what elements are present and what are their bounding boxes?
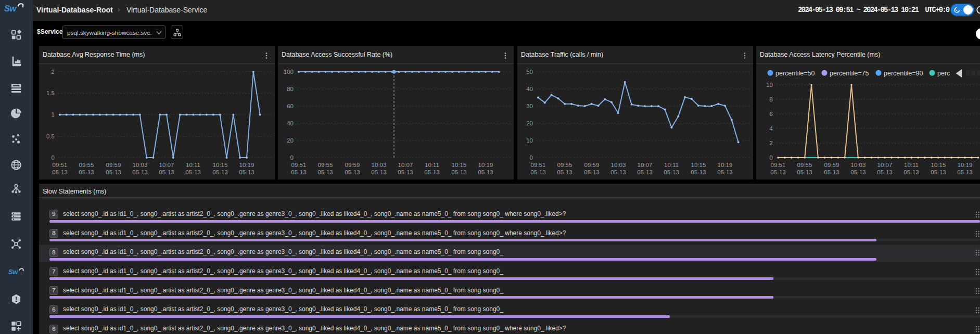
svg-text:05-13: 05-13 [877,169,892,175]
svg-text:10:07: 10:07 [638,162,653,168]
svg-text:10:03: 10:03 [851,162,866,168]
svg-text:05-13: 05-13 [797,169,812,175]
svg-text:1.5: 1.5 [46,90,55,96]
svg-text:05-13: 05-13 [931,169,946,175]
svg-text:20: 20 [526,120,533,126]
svg-text:05-13: 05-13 [132,169,147,175]
svg-text:09:51: 09:51 [531,162,546,168]
svg-text:0: 0 [290,155,294,161]
svg-text:40: 40 [287,120,294,126]
svg-text:10:07: 10:07 [877,162,893,168]
svg-text:10:19: 10:19 [239,162,254,168]
svg-text:2: 2 [52,69,55,75]
svg-text:05-13: 05-13 [317,169,333,175]
svg-text:05-13: 05-13 [185,169,200,175]
svg-text:50: 50 [526,69,533,75]
svg-text:0: 0 [52,155,55,161]
svg-text:09:51: 09:51 [53,162,68,168]
svg-text:05-13: 05-13 [557,169,572,175]
svg-text:10:15: 10:15 [691,162,706,168]
svg-text:10: 10 [766,82,773,88]
svg-text:10:15: 10:15 [213,162,228,168]
svg-text:10:15: 10:15 [931,162,946,168]
svg-text:10:11: 10:11 [664,162,679,168]
svg-text:05-13: 05-13 [52,169,67,175]
svg-text:10:03: 10:03 [372,162,387,168]
svg-text:80: 80 [287,86,294,92]
svg-text:05-13: 05-13 [106,169,121,175]
svg-text:perc: perc [937,70,950,77]
svg-text:10:19: 10:19 [478,162,493,168]
svg-text:09:55: 09:55 [318,162,333,168]
svg-text:05-13: 05-13 [79,169,94,175]
svg-text:10:07: 10:07 [398,162,413,168]
svg-text:05-13: 05-13 [903,169,919,175]
svg-text:09:59: 09:59 [584,162,600,168]
svg-text:6: 6 [770,111,773,117]
svg-text:05-13: 05-13 [610,169,626,175]
svg-text:10:03: 10:03 [611,162,626,168]
svg-text:10:11: 10:11 [904,162,919,168]
svg-text:percentile=75: percentile=75 [830,70,869,77]
svg-text:40: 40 [526,86,533,92]
svg-text:10:19: 10:19 [958,162,973,168]
svg-text:05-13: 05-13 [824,169,839,175]
svg-text:percentile=50: percentile=50 [775,70,814,77]
svg-text:20: 20 [287,137,294,144]
svg-text:05-13: 05-13 [530,169,545,175]
svg-text:0: 0 [770,155,773,161]
svg-text:8: 8 [770,96,773,102]
svg-text:09:59: 09:59 [345,162,360,168]
svg-text:10:03: 10:03 [133,162,148,168]
svg-text:09:51: 09:51 [771,162,786,168]
svg-text:4: 4 [770,125,773,132]
svg-text:05-13: 05-13 [850,169,866,175]
svg-text:05-13: 05-13 [398,169,413,175]
svg-text:05-13: 05-13 [291,169,306,175]
svg-text:10:11: 10:11 [425,162,439,168]
svg-text:0: 0 [530,155,533,161]
svg-text:09:55: 09:55 [797,162,812,168]
svg-text:1: 1 [52,111,55,118]
svg-text:05-13: 05-13 [159,169,174,175]
svg-text:09:59: 09:59 [824,162,839,168]
svg-text:05-13: 05-13 [478,169,493,175]
svg-text:05-13: 05-13 [691,169,706,175]
svg-text:05-13: 05-13 [637,169,652,175]
svg-text:05-13: 05-13 [424,169,439,175]
svg-text:10:19: 10:19 [718,162,733,168]
svg-text:percentile=90: percentile=90 [884,70,923,77]
svg-text:60: 60 [287,103,294,109]
svg-text:100: 100 [284,69,294,75]
svg-text:09:51: 09:51 [291,162,307,168]
svg-text:05-13: 05-13 [239,169,254,175]
svg-text:05-13: 05-13 [212,169,227,175]
svg-text:05-13: 05-13 [717,169,732,175]
svg-text:05-13: 05-13 [957,169,972,175]
svg-text:30: 30 [526,103,533,109]
svg-text:10: 10 [526,137,533,144]
svg-text:05-13: 05-13 [345,169,360,175]
svg-text:05-13: 05-13 [664,169,679,175]
svg-text:09:59: 09:59 [106,162,121,168]
svg-text:09:55: 09:55 [79,162,94,168]
svg-text:05-13: 05-13 [451,169,466,175]
svg-text:05-13: 05-13 [770,169,785,175]
svg-text:09:55: 09:55 [557,162,572,168]
svg-text:0.5: 0.5 [46,133,55,139]
svg-text:10:15: 10:15 [452,162,467,168]
svg-text:05-13: 05-13 [584,169,599,175]
svg-text:10:07: 10:07 [159,162,174,168]
svg-text:10:11: 10:11 [186,162,200,168]
svg-text:2: 2 [770,140,773,146]
svg-text:05-13: 05-13 [371,169,386,175]
